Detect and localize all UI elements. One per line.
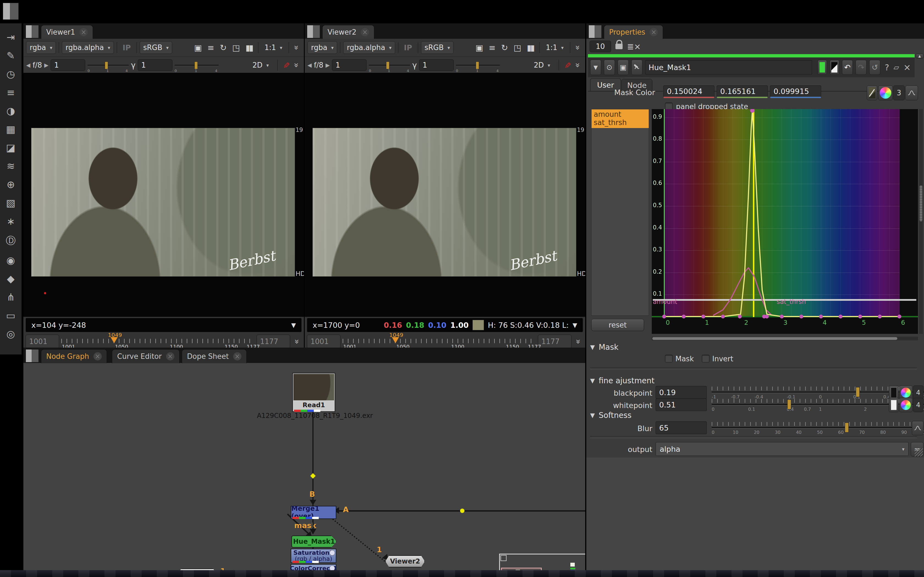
next-arrow-icon[interactable]: ▶ (326, 62, 330, 68)
gain-slider[interactable]: 014 (369, 61, 410, 69)
viewer-image-area[interactable]: Berbst 19 HD (23, 73, 304, 317)
lock-panels-icon[interactable] (615, 44, 623, 49)
curve-key-point[interactable] (662, 314, 666, 318)
viewer-image-area[interactable]: Berbst 19 HD (305, 73, 585, 317)
more-toolbar-icon[interactable]: » (573, 45, 582, 50)
view-mode-dropdown[interactable]: 2D (530, 59, 554, 71)
fine-adjustment-group-header[interactable]: ▼fine ajustment (590, 376, 654, 385)
color-icon[interactable]: ◑ (6, 105, 15, 116)
invert-checkbox[interactable] (702, 355, 709, 363)
timeline-more-icon[interactable]: » (573, 339, 583, 344)
whitepoint-field[interactable]: 0.51 (656, 398, 707, 411)
redo-button[interactable]: ↷ (856, 60, 866, 75)
other-icon[interactable]: ▭ (6, 310, 15, 321)
hue-curve-plot[interactable]: amount sat_thrsh 0.90.80.70.60.50.40.30.… (652, 109, 918, 334)
node-graph-canvas[interactable]: B A 1 mask 1 Read1 A129C008_110708_R1T9_… (23, 363, 585, 570)
range-end-field[interactable]: 1177 (257, 335, 290, 348)
curve-key-point[interactable] (819, 314, 823, 318)
merge-icon[interactable]: ≋ (6, 160, 15, 172)
curve-key-point[interactable] (682, 314, 686, 318)
plot-hscrollbar[interactable] (652, 337, 918, 340)
curve-item-amount[interactable]: amount (594, 110, 646, 119)
blur-curve-button[interactable] (912, 421, 924, 435)
pane-menu-icon[interactable] (26, 349, 39, 363)
gain-slider[interactable]: 014 (87, 61, 129, 69)
channels-dropdown[interactable]: rgba (26, 41, 56, 54)
tab-node-graph[interactable]: Node Graph× (41, 349, 107, 363)
gain-input[interactable]: 1 (51, 60, 85, 71)
close-icon[interactable]: × (94, 352, 102, 361)
resize-grip[interactable] (915, 448, 923, 456)
toolsets-icon[interactable]: ⋔ (6, 292, 15, 303)
collapse-panel-button[interactable]: ▼ (590, 60, 601, 75)
curve-key-point[interactable] (780, 314, 784, 318)
node-hue-mask1[interactable]: Hue_Mask1 (291, 535, 337, 548)
gamma-slider[interactable]: 014 (174, 61, 219, 69)
blur-slider[interactable]: 0102030405060708090100 (712, 421, 922, 435)
softness-group-header[interactable]: ▼Softness (590, 411, 632, 420)
close-icon[interactable]: × (649, 28, 658, 36)
curve-list-selection[interactable]: amount sat_thrsh (591, 110, 649, 128)
curve-apex-point[interactable] (750, 109, 754, 113)
reset-button[interactable]: reset (591, 319, 644, 331)
lut-dropdown[interactable]: sRGB (140, 41, 173, 54)
zoom-dropdown[interactable]: 1:1 (261, 42, 286, 53)
edge-key-dot[interactable] (460, 509, 464, 513)
slider-handle[interactable] (787, 400, 791, 409)
metadata-icon[interactable]: ◆ (7, 273, 15, 284)
timeline-ruler[interactable]: 100110501100115011771049 (61, 333, 254, 350)
filter-icon[interactable]: ▦ (6, 124, 15, 135)
keyer-icon[interactable]: ◪ (6, 142, 15, 153)
minimap-collapse-icon[interactable] (501, 555, 507, 561)
edge-key-diamond[interactable] (310, 473, 316, 479)
pane-menu-icon[interactable] (307, 25, 320, 38)
node-merge1[interactable]: Merge1 (over) (291, 506, 336, 519)
node-colorcorrect1[interactable]: ColorCorrect1 (rgb / ~alpha) (291, 564, 336, 570)
input-process-button[interactable]: IP (123, 44, 131, 52)
gamma-input[interactable]: 1 (419, 60, 454, 71)
refresh-icon[interactable]: ↻ (220, 43, 226, 53)
panel-title-bar[interactable] (588, 54, 915, 57)
close-panel-button[interactable]: × (903, 62, 911, 73)
viewer-tab[interactable]: Viewer1 × (41, 25, 93, 39)
more-controls-icon[interactable]: » (291, 63, 301, 68)
node-saturation1[interactable]: Saturation1 (rgb / alpha) (291, 549, 336, 563)
curve-key-point[interactable] (839, 314, 843, 318)
plugins-icon[interactable]: ◎ (6, 328, 15, 340)
more-toolbar-icon[interactable]: » (291, 45, 301, 50)
channels-strip-icon[interactable]: ≡ (207, 43, 214, 53)
range-start-field[interactable]: 1001 (26, 335, 59, 348)
clear-panels-icon[interactable]: ≣× (627, 42, 641, 52)
app-menu-icon[interactable] (3, 3, 19, 20)
pause-icon[interactable]: ▮▮ (527, 43, 534, 53)
particles-icon[interactable]: ∗ (6, 216, 15, 227)
status-expand-icon[interactable]: ▼ (291, 322, 296, 329)
annotation-pen-icon[interactable]: ✎ (563, 61, 572, 68)
pane-menu-icon[interactable] (588, 25, 602, 38)
channels-dropdown[interactable]: rgba (307, 41, 337, 54)
node-read1[interactable]: Read1 (292, 373, 335, 412)
annotation-pen-icon[interactable]: ✎ (281, 61, 291, 68)
views-icon[interactable]: ◉ (6, 255, 15, 266)
undo-button[interactable]: ↶ (842, 60, 853, 75)
plot-vscrollbar[interactable] (919, 109, 923, 334)
tab-properties[interactable]: Properties× (604, 25, 663, 39)
mask-color-b-field[interactable]: 0.099915 (770, 85, 821, 98)
mask-color-g-field[interactable]: 0.165161 (717, 85, 768, 98)
timeline-more-icon[interactable]: » (292, 339, 302, 344)
panel-shade-button[interactable]: ▲ (916, 53, 924, 58)
monitor-button[interactable]: ▣ (618, 60, 628, 75)
gain-input[interactable]: 1 (332, 60, 367, 71)
prev-arrow-icon[interactable]: ◀ (307, 62, 312, 68)
channel-icon[interactable]: ≡ (6, 87, 15, 98)
deep-icon[interactable]: Ⓓ (6, 234, 16, 248)
curve-key-point[interactable] (721, 314, 725, 318)
layer-dropdown[interactable]: rgba.alpha (343, 41, 395, 54)
refresh-icon[interactable]: ↻ (501, 43, 508, 53)
curve-key-point[interactable] (701, 314, 705, 318)
channel-count-button[interactable]: 3 (893, 85, 905, 100)
color-wheel-button[interactable] (878, 85, 893, 100)
tab-curve-editor[interactable]: Curve Editor× (112, 349, 179, 363)
float-panel-button[interactable]: ▱ (893, 63, 899, 71)
node-name-field[interactable]: Hue_Mask1 (645, 60, 813, 74)
